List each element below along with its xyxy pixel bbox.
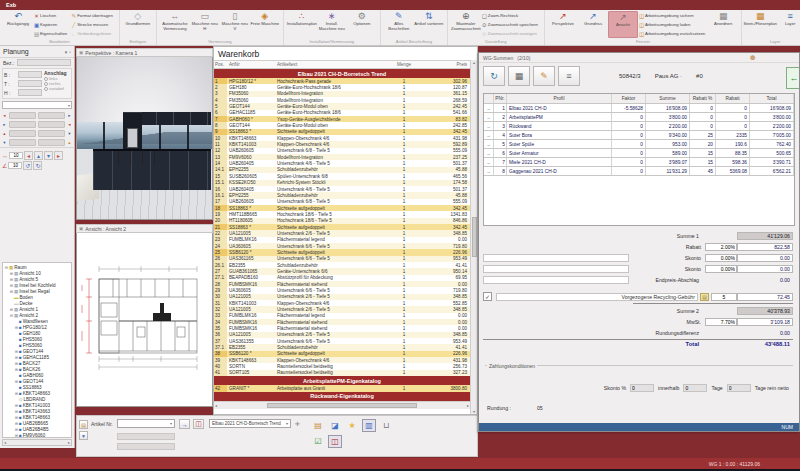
- table-row[interactable]: 15 SUSB260605 Spülen-Unterschrank 6/8 1 …: [214, 173, 470, 179]
- ribbon-button[interactable]: ▢ Zoom-Rechteck: [481, 11, 541, 20]
- width-field[interactable]: [18, 71, 42, 78]
- table-row[interactable]: 22 UA121005 Unterschrank 2/6 - Tiefe 5 1…: [214, 230, 470, 236]
- table-row[interactable]: 37 UAS361355 Unterschrank 6/6 - Tiefe 5 …: [214, 338, 470, 344]
- ribbon-button[interactable]: ⇅ Artikel sortieren: [414, 11, 444, 38]
- catalog-select[interactable]: Elbau 2021 CH-D-Borretsch Trend ▾: [209, 419, 291, 428]
- rabatt-pct-input[interactable]: [705, 243, 737, 251]
- wg-table-row[interactable]: → 5 Suter Spüle 0 953.00 20 190.6 762.40: [484, 140, 794, 149]
- table-row[interactable]: 38 SSB6120 * Sichtseite aufgedoppelt 1 2…: [214, 351, 470, 357]
- skonto2-pct-input[interactable]: [705, 265, 737, 273]
- table-row[interactable]: 42 GRANIT * Arbeitsplatte aus Granit 1 3…: [214, 385, 470, 391]
- ribbon-button[interactable]: ↶ Rückgängig: [3, 11, 33, 38]
- wg-table-row[interactable]: → 7 Miele 2021 CH-D 0 3'989.07 15 598.36…: [484, 158, 794, 167]
- placement-button[interactable]: [9, 112, 36, 119]
- col-total[interactable]: Total: [750, 94, 794, 103]
- table-row[interactable]: 16.1 EPH2255 Schubladenzubehör 1 45.88: [214, 192, 470, 198]
- placement-button[interactable]: [38, 130, 65, 137]
- ribbon-button[interactable]: ▤ Eigenschaften: [33, 29, 70, 38]
- placement-button[interactable]: [38, 121, 65, 128]
- wg-table-row[interactable]: → 6 Suter Armatur 0 589.00 15 88.35 500.…: [484, 149, 794, 158]
- ribbon-button[interactable]: ◇ Grundformen: [123, 11, 153, 38]
- perspective-pane-titlebar[interactable]: ▣ Perspektive : Kamera 1: [76, 48, 213, 57]
- forward-arrow-button[interactable]: →: [179, 419, 190, 429]
- table-row[interactable]: 8 GEOT144 Geräte-Euro-Modul oben 1 242.8…: [214, 122, 470, 128]
- table-row[interactable]: 1 HPG180/12 * Hochschrank-Pass gerade 1 …: [214, 78, 470, 84]
- skonto2-text-field[interactable]: [483, 265, 629, 273]
- table-row[interactable]: 23 FUMBLMK16 Flächenmaterial legend 1 0.…: [214, 237, 470, 243]
- wg-table-row[interactable]: → 2 ArbeitsplattePM 0 3'800.00 0 0 3'800…: [484, 113, 794, 122]
- ribbon-button[interactable]: ∗ Install. Maschine neu: [317, 11, 347, 38]
- height-field[interactable]: [18, 89, 42, 96]
- col-rabatt[interactable]: Rabatt: [716, 94, 750, 103]
- table-row[interactable]: 16 UAB260405 Unterschrank 4/6 - Tiefe 5 …: [214, 186, 470, 192]
- planung-combo[interactable]: ▾: [2, 101, 72, 109]
- pin-icon[interactable]: ▫: [69, 49, 71, 55]
- angle-value-input[interactable]: [8, 162, 22, 169]
- table-row[interactable]: 4 FM35060 Modellfront-Integration 1 268.…: [214, 97, 470, 103]
- wg-tool-button[interactable]: ↻: [483, 66, 505, 86]
- warenkorb-vscrollbar[interactable]: ▴▾: [470, 60, 477, 414]
- skonto1-text-field[interactable]: [483, 254, 629, 262]
- table-row[interactable]: 35 FUMBSMK16 Flächenmaterial stehend 1 0…: [214, 325, 470, 331]
- wg-tool-button[interactable]: ✎: [533, 66, 555, 86]
- collapse-icon[interactable]: ▾: [65, 49, 68, 55]
- col-summe[interactable]: Summe: [646, 94, 690, 103]
- table-row[interactable]: 20 HT1180605 Hochschrank 18/6 - Tiefe 5 …: [214, 218, 470, 224]
- back-arrow-button[interactable]: ←: [786, 67, 800, 89]
- table-row[interactable]: 12 UAB260605 Unterschrank 6/8 - Tiefe 5 …: [214, 148, 470, 154]
- artikel-nr-combo[interactable]: ▾: [117, 419, 175, 428]
- table-row[interactable]: 17 UAB260605 Unterschrank 6/8 - Tiefe 5 …: [214, 199, 470, 205]
- table-row[interactable]: 14.1 EPH2255 Schubladenzubehör 1 45.88: [214, 167, 470, 173]
- depth-field[interactable]: [18, 80, 42, 87]
- toolbar-icon-button[interactable]: ◫: [328, 435, 342, 448]
- warenkorb-hscrollbar[interactable]: ◂▸: [214, 401, 470, 409]
- ribbon-button[interactable]: ╱ Strecke messen: [70, 20, 116, 29]
- col-pos[interactable]: Pos.: [214, 61, 227, 68]
- table-row[interactable]: 41 SORT105 Raumteilersockel beidseitig 1…: [214, 370, 470, 376]
- tree-hscrollbar[interactable]: ◂▸: [2, 439, 72, 446]
- table-row[interactable]: 6 GEHAC1185 Geräte-Euro-Hochschrank 18/6…: [214, 110, 470, 116]
- table-row[interactable]: 14 UAB260405 Unterschrank 4/6 - Tiefe 5 …: [214, 160, 470, 166]
- mwst-pct-input[interactable]: [705, 318, 737, 326]
- table-row[interactable]: 33 FUMBLMK16 Flächenmaterial legend 1 0.…: [214, 313, 470, 319]
- ribbon-button[interactable]: ▦ Anordnen: [708, 11, 738, 38]
- endpreis-text-field[interactable]: [483, 276, 629, 284]
- table-row[interactable]: 27.1 BEAPADB160 Abstützprofil für Abdeck…: [214, 275, 470, 281]
- table-row[interactable]: 10 KBKT148663 Klappen-Oberschrank 4/6 1 …: [214, 135, 470, 141]
- ribbon-button[interactable]: ▯ Maschine neu V: [220, 11, 250, 38]
- ribbon-button[interactable]: ✎ Format übertragen: [70, 11, 116, 20]
- table-row[interactable]: 24 UA360605 Unterschrank 6/6 - Tiefe 5 1…: [214, 243, 470, 249]
- table-row[interactable]: 31 KBKT141003 Klappen-Oberschrank 4/6 1 …: [214, 300, 470, 306]
- table-row[interactable]: 29 UA360605 Unterschrank 6/6 - Tiefe 5 1…: [214, 287, 470, 293]
- skonto-pct-field[interactable]: [630, 384, 654, 392]
- toolbar-icon-button[interactable]: ☑: [311, 435, 325, 448]
- table-row[interactable]: 27 GUAB361065 Geräte-Unterschrank 6/6 1 …: [214, 268, 470, 274]
- placement-button[interactable]: [9, 130, 36, 137]
- kitchen-3d-render[interactable]: [76, 57, 213, 220]
- table-row[interactable]: 9 SS18863 * Sichtseite aufgedoppelt 1 34…: [214, 129, 470, 135]
- bez-field[interactable]: [17, 59, 71, 66]
- ribbon-button[interactable]: ⊚ Zoomausschnitt anzeigen: [481, 29, 541, 38]
- table-row[interactable]: 32 UA121005 Unterschrank 2/6 - Tiefe 5 1…: [214, 306, 470, 312]
- col-profil[interactable]: Profil: [507, 94, 612, 103]
- table-row[interactable]: 19 HMT118B665 Hochschrank 18/6 - Tiefe 5…: [214, 211, 470, 217]
- table-row[interactable]: 40 SORTN Raumteilersockel beidseitig 1 2…: [214, 363, 470, 369]
- ribbon-button[interactable]: ↔ Automatische Vermessung: [160, 11, 190, 38]
- mini-save-button[interactable]: ▼: [79, 431, 88, 440]
- wg-table-row[interactable]: → 3 Rückwand 0 2'200.00 0 0 2'200.00: [484, 122, 794, 131]
- table-row[interactable]: 2 GEH180 Geräte-Euro-Hochschrank 18/6 1 …: [214, 84, 470, 90]
- toolbar-icon-button[interactable]: ◪: [328, 419, 342, 432]
- ribbon-button[interactable]: ▣ Kopieren: [33, 20, 70, 29]
- ribbon-button[interactable]: ⊕ Maximaler Zoomausschnitt: [451, 11, 481, 38]
- placement-button[interactable]: [38, 112, 65, 119]
- ribbon-button[interactable]: ◈ Freie Maschine: [250, 11, 280, 38]
- table-row[interactable]: 37.1 EB2355 Schubladenzubehör 1 41.41: [214, 344, 470, 350]
- step-value-input[interactable]: [9, 152, 23, 159]
- wg-table-row[interactable]: → 4 Suter Bora 0 9'340.00 25 2335 7'005.…: [484, 131, 794, 140]
- table-row[interactable]: 11 KBKT141003 Klappen-Oberschrank 4/6 1 …: [214, 141, 470, 147]
- table-row[interactable]: 28 FUMBSMK16 Flächenmaterial stehend 1 0…: [214, 281, 470, 287]
- ribbon-button[interactable]: ∴ Installationsplan: [287, 11, 317, 38]
- catalog-red-button[interactable]: ◫: [193, 419, 204, 429]
- table-row[interactable]: 21 SS18863 * Sichtseite aufgedoppelt 1 3…: [214, 224, 470, 230]
- ribbon-button[interactable]: ◫ Arbeitsumgebung laden: [638, 20, 708, 29]
